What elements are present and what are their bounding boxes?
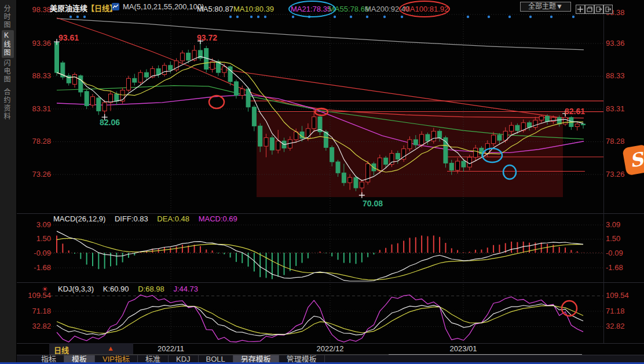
y-axis-label: 83.31	[606, 104, 625, 113]
y-axis-label: 3.09	[16, 220, 51, 229]
price-mark-label: 93.72	[197, 33, 217, 42]
ma-value-5: MA200:92.40	[365, 5, 409, 13]
kdj-header: KDJ(9,3,3) K:60.90 D:68.98 J:44.73	[58, 285, 205, 293]
price-mark-label: 70.08	[363, 199, 383, 208]
layout-tool-icon[interactable]	[585, 5, 594, 14]
macd-panel-canvas[interactable]	[16, 220, 603, 282]
y-axis-label: 78.28	[606, 137, 625, 145]
macd-header: MACD(26,12,9) DIFF:0.83 DEA:0.48 MACD:0.…	[53, 214, 244, 223]
ma-value-4: MA55:78.69	[328, 5, 369, 13]
y-axis-label: 32.82	[606, 322, 625, 330]
app-window: 分时图K线图闪电图合约资料 美原油连续 【日线】 MA(5,10,21,55,2…	[0, 0, 644, 364]
sidebar-item-3[interactable]: 闪电图	[2, 58, 14, 85]
y-axis-label: -1.68	[16, 263, 51, 272]
y-axis-label: 83.31	[16, 104, 51, 113]
kdj-d: D:68.98	[138, 285, 164, 293]
ma-value-1: MA5:80.87	[197, 5, 233, 13]
y-axis-label: 88.33	[16, 71, 51, 80]
theme-dropdown-button[interactable]: 全部主题▼	[520, 2, 571, 12]
y-axis-label: 88.33	[606, 71, 625, 80]
instrument-title: 美原油连续	[50, 2, 87, 13]
export-tool-icon[interactable]	[594, 5, 603, 14]
kdj-title: KDJ(9,3,3)	[58, 285, 94, 293]
sidebar-item-1[interactable]: 分时图	[2, 3, 14, 30]
panel-separator	[16, 282, 644, 283]
price-mark-label: 93.61	[58, 33, 79, 42]
y-axis-label: 73.26	[16, 170, 51, 179]
sidebar-item-2[interactable]: K线图	[2, 30, 14, 58]
y-axis-label: 71.18	[606, 307, 625, 315]
y-axis-label: -0.09	[16, 249, 51, 257]
ma-value-2: MA10:80.39	[233, 5, 274, 13]
axis-separator	[603, 8, 604, 343]
macd-diff: DIFF:0.83	[115, 214, 148, 223]
indicator-settings-icon[interactable]: ☀	[42, 285, 48, 293]
left-sidebar: 分时图K线图闪电图合约资料	[0, 0, 17, 364]
ma-value-6: MA100:81.92	[404, 5, 448, 13]
kdj-k: K:60.90	[103, 285, 129, 293]
badge-letter: S	[628, 148, 644, 172]
period-label[interactable]: 日线	[54, 344, 69, 355]
y-axis-label: 73.26	[606, 170, 625, 179]
y-axis-label: 71.18	[16, 307, 51, 315]
kline-chart-icon	[112, 3, 119, 12]
macd-title: MACD(26,12,9)	[53, 214, 105, 223]
y-axis-label: 3.09	[606, 220, 620, 229]
sidebar-item-4[interactable]: 合约资料	[2, 87, 14, 122]
price-mark-label: 82.61	[565, 107, 585, 116]
crosshair-tool-icon[interactable]	[576, 5, 585, 14]
macd-value: MACD:0.69	[199, 214, 237, 223]
price-mark-label: 82.06	[100, 118, 120, 127]
x-axis-date-label: 2022/12	[310, 344, 350, 353]
x-axis-date-label: 2023/01	[443, 344, 484, 353]
y-axis-label: -0.09	[606, 249, 623, 257]
template-tabbar: 指标模板VIP指标标准KDJBOLL另存模板管理模板	[16, 355, 644, 363]
window-tool-icon[interactable]	[603, 5, 613, 14]
y-axis-label: 1.50	[606, 234, 620, 243]
kdj-j: J:44.73	[173, 285, 198, 293]
ma-params-label: MA(5,10,21,55,200,100)	[123, 2, 204, 11]
y-axis-label: 93.36	[606, 39, 625, 48]
y-axis-label: 1.50	[16, 234, 51, 243]
macd-dea: DEA:0.48	[157, 214, 189, 223]
y-axis-label: 109.54	[606, 291, 629, 300]
ma-value-3: MA21:78.35	[291, 5, 331, 13]
floating-logo-badge[interactable]: S	[622, 144, 644, 176]
period-arrow-icon[interactable]: ▲	[107, 344, 114, 352]
x-axis-date-label: 2022/11	[151, 344, 191, 353]
y-axis-label: 32.82	[16, 322, 51, 330]
chart-header: 美原油连续 【日线】 MA(5,10,21,55,200,100) MA5:80…	[16, 0, 644, 14]
y-axis-label: 93.36	[16, 39, 51, 48]
main-chart-canvas[interactable]	[16, 8, 603, 213]
y-axis-label: -1.68	[606, 263, 623, 272]
panel-separator	[16, 213, 644, 214]
y-axis-label: 78.28	[16, 137, 51, 145]
period-selector-bar[interactable]: 日线 ▲	[49, 343, 133, 354]
